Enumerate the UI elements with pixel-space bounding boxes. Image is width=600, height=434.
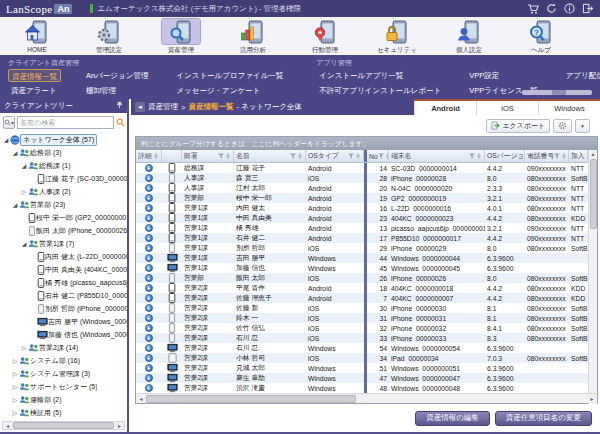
submenu-scrollbar[interactable] [522, 90, 592, 95]
table-row[interactable]: ▸営業2課佐竹 信弘iOS32iPhone_000000328.4.1080xx… [136, 323, 597, 333]
table-row[interactable]: ▸営業1課吉田 勝平Windows44Windows_00000000446.3… [136, 253, 597, 263]
table-row[interactable]: ▸営業2課石川 忍Windows54Windows_00000000546.3.… [136, 343, 597, 353]
table-row[interactable]: ▸営業2課平尾 晋作Android18404KC_00000000184.4.2… [136, 283, 597, 293]
column-header-No[interactable]: No [367, 150, 389, 162]
expand-icon[interactable]: ▷ [11, 396, 19, 403]
tree-horizontal-scrollbar[interactable]: ◄ ► [2, 421, 125, 430]
collapse-icon[interactable]: ◢ [2, 136, 10, 143]
table-row[interactable]: ▸営業2課麻生 章助Windows47Windows_00000000476.3… [136, 373, 597, 383]
back-arrow-icon[interactable]: ◄ [135, 102, 145, 112]
table-row[interactable]: ▸営業2課渋沢 滝慶Windows48Windows_00000000486.3… [136, 383, 597, 393]
nav-item-個人設定[interactable]: 個人設定 [446, 18, 492, 55]
table-row[interactable]: ▸営業1課石井 健二Android17P855D10_00000000174.4… [136, 233, 597, 243]
table-row[interactable]: ▸営業1課内田 健太Android16L-22D_00000000164.0.1… [136, 203, 597, 213]
detail-button[interactable]: ▸ [145, 354, 153, 362]
nav-item-HOME[interactable]: HOME [14, 18, 60, 53]
table-row[interactable]: ▸営業1課橘 秀雄Android13picasso_aapcus6jp_0000… [136, 223, 597, 233]
table-row[interactable]: ▸総務課江藤 花子Android14SC-03D_00000000144.4.2… [136, 163, 597, 173]
collapse-icon[interactable]: ◢ [11, 149, 19, 156]
tree-node[interactable]: 石井 健二 (P855D10_0000000017) [0, 289, 127, 302]
tree-search-input[interactable] [17, 116, 114, 129]
tree-node[interactable]: 別所 哲郎 (iPhone_00000029) [0, 302, 127, 315]
detail-button[interactable]: ▸ [145, 364, 153, 372]
tree-node[interactable]: 飯田 太郎 (iPhone_00000026) [0, 224, 127, 237]
collapse-icon[interactable]: ◢ [11, 201, 19, 208]
table-row[interactable]: ▸営業2課佐藤 新iOS30iPhone_000000308.1080xxxxx… [136, 303, 597, 313]
search-icon[interactable] [116, 118, 125, 127]
detail-button[interactable]: ▸ [145, 304, 153, 312]
detail-button[interactable]: ▸ [145, 334, 153, 342]
detail-button[interactable]: ▸ [145, 264, 153, 272]
table-row[interactable]: ▸営業2課鈴木 一iOS31iPhone_000000318.1080xxxxx… [136, 313, 597, 323]
tree-node[interactable]: 中田 真由美 (404KC_0000000023) [0, 263, 127, 276]
tree-node[interactable]: ◢営業1課 (7) [0, 237, 127, 250]
tree-node[interactable]: 内田 健太 (L-22D_0000000016) [0, 250, 127, 263]
detail-button[interactable]: ▸ [145, 344, 153, 352]
scroll-right-icon[interactable]: ► [115, 423, 124, 429]
expand-icon[interactable]: ▷ [20, 344, 28, 351]
detail-button[interactable]: ▸ [145, 204, 153, 212]
column-header-OSタイプ[interactable]: OSタイプ [306, 150, 364, 162]
footer-button-資産任意項目名の変更[interactable]: 資産任意項目名の変更 [495, 411, 592, 426]
column-header-部署[interactable]: 部署 [182, 150, 234, 162]
collapse-icon[interactable]: ◢ [20, 162, 28, 169]
detail-button[interactable]: ▸ [145, 164, 153, 172]
column-header-OSバージョン[interactable]: OSバージョン [485, 150, 525, 162]
breadcrumb-section[interactable]: 資産管理 [148, 102, 178, 112]
tree-node[interactable]: 江藤 花子 (SC-03D_0000000014) [0, 172, 127, 185]
scroll-right-icon[interactable]: ► [587, 396, 597, 402]
column-header-端末名[interactable]: 端末名 [389, 150, 485, 162]
grid-vertical-scrollbar[interactable]: ▲ ▼ [588, 150, 597, 404]
tree-node[interactable]: ▷サポートセンター (5) [0, 380, 127, 393]
tree-node[interactable]: 吉田 勝平 (Windows_0000000044) [0, 315, 127, 328]
detail-button[interactable]: ▸ [145, 314, 153, 322]
tree-node[interactable]: ▷システム管理課 (3) [0, 367, 127, 380]
nav-item-活用分析[interactable]: 活用分析 [230, 18, 276, 55]
detail-button[interactable]: ▸ [145, 384, 153, 392]
submenu-item-Anバージョン管理[interactable]: Anバージョン管理 [83, 69, 151, 82]
tree-node[interactable]: ◢総務課 (1) [0, 159, 127, 172]
column-header-icon[interactable] [162, 150, 182, 162]
submenu-item-インストールアプリ一覧[interactable]: インストールアプリ一覧 [316, 69, 444, 82]
export-button[interactable]: エクスポート [486, 119, 550, 133]
tree-node[interactable]: ◢総務部 (3) [0, 146, 127, 159]
submenu-item-アプリ配信[interactable]: アプリ配信 [563, 69, 600, 82]
tree-node[interactable]: 橘 秀雄 (picasso_aapcus6jp_0000000013) [0, 276, 127, 289]
tree-node[interactable]: ▷検証用 (5) [0, 406, 127, 418]
table-row[interactable]: ▸営業1課加藤 信也Windows45Windows_00000000456.3… [136, 263, 597, 273]
nav-item-管理設定[interactable]: 管理設定 [86, 18, 132, 55]
submenu-item-メッセージ・アンケート[interactable]: メッセージ・アンケート [173, 84, 286, 97]
nav-item-セキュリティ[interactable]: セキュリティ [374, 18, 420, 55]
tree-node[interactable]: 加藤 信也 (Windows_0000000045) [0, 328, 127, 341]
expand-icon[interactable]: ▷ [11, 409, 19, 416]
table-row[interactable]: ▸営業2課佐藤 理恵子Android7404KC_00000000074.4.2… [136, 293, 597, 303]
tree-node[interactable]: 桜中 栄一郎 (GP2_0000000019) [0, 211, 127, 224]
grid-settings-button[interactable] [553, 119, 572, 133]
table-row[interactable]: ▸営業2課石川 忍iOS33iPhone_000000338.3080xxxxx… [136, 333, 597, 343]
tab-Android[interactable]: Android [414, 101, 476, 115]
detail-button[interactable]: ▸ [145, 374, 153, 382]
table-row[interactable]: ▸営業部飯田 太郎iOS26iPhone_000000268.0080xxxxx… [136, 273, 597, 283]
expand-icon[interactable]: ▷ [11, 357, 19, 364]
table-row[interactable]: ▸人事課江村 太郎Android20N-04C_00000000202.3.30… [136, 183, 597, 193]
detail-button[interactable]: ▸ [145, 284, 153, 292]
table-row[interactable]: ▸営業2課見城 太郎Windows51Windows_00000000516.3… [136, 363, 597, 373]
scroll-left-icon[interactable]: ◄ [136, 396, 146, 402]
table-row[interactable]: ▸営業2課小林 哲司iOS34iPad_000000347.0.3080xxxx… [136, 353, 597, 363]
nav-item-資産管理[interactable]: 資産管理 [158, 18, 204, 55]
detail-button[interactable]: ▸ [145, 274, 153, 282]
submenu-item-インストールプロファイル一覧[interactable]: インストールプロファイル一覧 [173, 69, 286, 82]
column-header-詳細[interactable]: 詳細 [136, 150, 162, 162]
pin-icon[interactable] [116, 101, 123, 111]
tree-node[interactable]: ▷システム部 (16) [0, 354, 127, 367]
submenu-item-資産アラート[interactable]: 資産アラート [8, 84, 61, 97]
detail-button[interactable]: ▸ [145, 184, 153, 192]
submenu-item-不許可アプリインストールレポート[interactable]: 不許可アプリインストールレポート [316, 84, 444, 97]
table-row[interactable]: ▸営業1課別所 哲郎iOS29iPhone_000000298.0080xxxx… [136, 243, 597, 253]
table-row[interactable]: ▸人事課森 寛三iOS28iPhone_000000288.0080xxxxxx… [136, 173, 597, 183]
tab-Windows[interactable]: Windows [538, 101, 600, 115]
nav-item-行動管理[interactable]: 行動管理 [302, 18, 348, 55]
info-icon[interactable] [564, 3, 575, 14]
cart-icon[interactable] [527, 3, 539, 15]
more-options-button[interactable]: ▼ [575, 119, 590, 133]
